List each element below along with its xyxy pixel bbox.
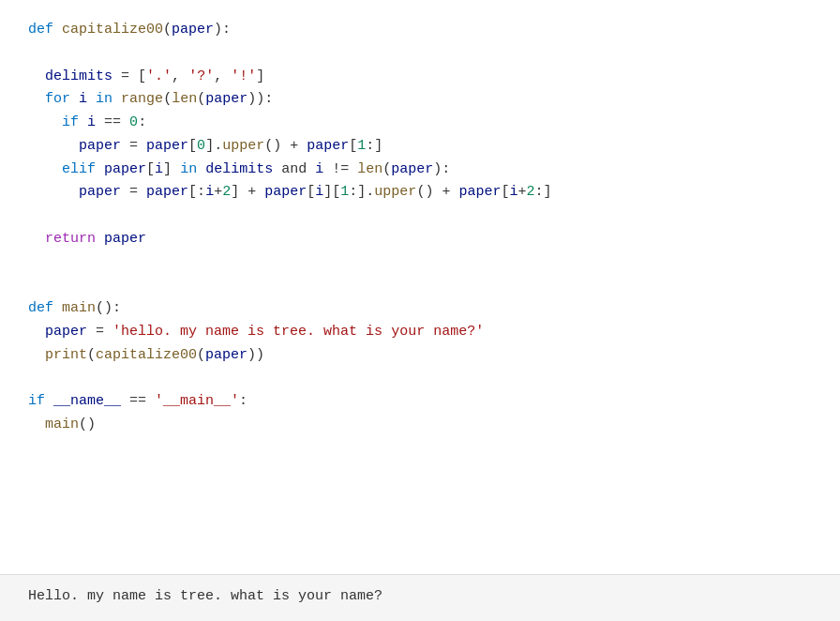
output-text: Hello. my name is tree. what is your nam… [28,588,382,604]
code-line-6: elif paper[i] in delimits and i != len(p… [28,159,812,182]
code-line-7: paper = paper[:i+2] + paper[i][1:].upper… [28,181,812,204]
output-area: Hello. my name is tree. what is your nam… [0,574,840,621]
code-line-1: def capitalize00(paper): [28,19,812,42]
code-editor: def capitalize00(paper): delimits = ['.'… [0,0,840,574]
code-line-3: for i in range(len(paper)): [28,88,812,112]
code-line-12: if __name__ == '__main__': [28,390,812,414]
code-line-11: print(capitalize00(paper)) [28,344,812,368]
code-line-10: paper = 'hello. my name is tree. what is… [28,321,812,344]
code-line-4: if i == 0: [28,112,812,135]
code-line-13: main() [28,414,812,437]
code-line-5: paper = paper[0].upper() + paper[1:] [28,135,812,159]
code-line-2: delimits = ['.', '?', '!'] [28,66,812,89]
code-line-9: def main(): [28,297,812,321]
code-line-8: return paper [28,228,812,251]
